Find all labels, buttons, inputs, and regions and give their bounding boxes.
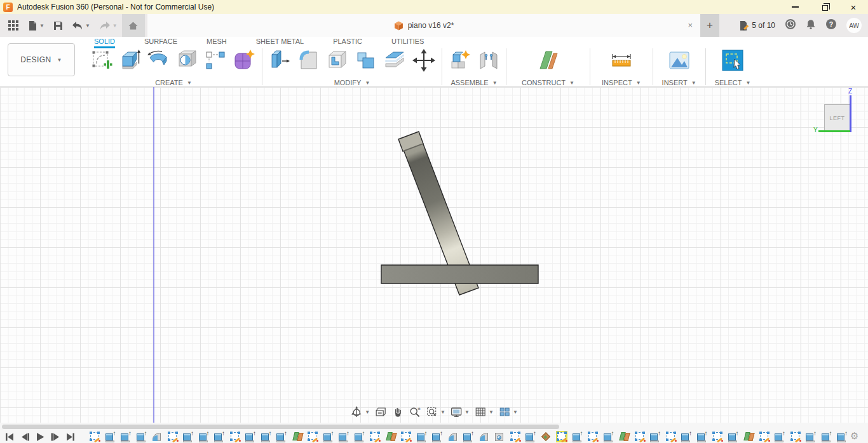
timeline-extrude-feature[interactable]: ↑ <box>198 431 210 442</box>
timeline-extrude-feature[interactable]: ↑ <box>728 431 739 442</box>
timeline-plane-feature[interactable] <box>292 431 303 442</box>
timeline-sketch-feature[interactable] <box>634 431 646 442</box>
skip-end-button[interactable] <box>66 433 75 441</box>
timeline-scrollbar[interactable] <box>2 425 559 429</box>
document-tab[interactable]: piano v16 v2* <box>394 21 454 31</box>
fillet-icon[interactable] <box>296 48 320 72</box>
tab-surface[interactable]: SURFACE <box>144 37 177 48</box>
skip-start-button[interactable] <box>5 433 14 441</box>
timeline-extrude-feature[interactable]: ↑ <box>463 431 474 442</box>
save-button[interactable] <box>49 14 67 37</box>
group-label-select[interactable]: SELECT▼ <box>715 79 751 86</box>
timeline-hole-feature[interactable] <box>494 431 505 442</box>
recent-activity-button[interactable] <box>785 18 796 32</box>
timeline-extrude-feature[interactable]: ↑ <box>416 431 428 442</box>
create-sketch-icon[interactable] <box>91 48 114 72</box>
tab-plastic[interactable]: PLASTIC <box>333 37 362 48</box>
joint-icon[interactable] <box>477 48 500 72</box>
select-icon[interactable] <box>721 48 744 72</box>
step-back-button[interactable] <box>20 433 29 441</box>
timeline-extrude-feature[interactable]: ↑ <box>649 431 661 442</box>
close-button[interactable]: × <box>839 0 868 14</box>
orbit-button[interactable]: ▼ <box>350 406 370 418</box>
timeline-appearance-feature[interactable] <box>541 431 552 442</box>
viewcube[interactable]: LEFT <box>824 104 850 132</box>
timeline-extrude-feature[interactable]: ↑ <box>805 431 817 442</box>
timeline-extrude-feature[interactable]: ↑ <box>696 431 708 442</box>
timeline-fillet-feature[interactable] <box>478 431 490 442</box>
timeline-sketch-feature[interactable] <box>400 431 412 442</box>
new-component-icon[interactable] <box>448 48 472 72</box>
timeline-extrude-feature[interactable]: ↑ <box>681 431 692 442</box>
revolve-icon[interactable] <box>147 48 171 72</box>
timeline-extrude-feature[interactable]: ↑ <box>572 431 583 442</box>
tab-mesh[interactable]: MESH <box>207 37 227 48</box>
timeline-extrude-feature[interactable]: ↑ <box>431 431 443 442</box>
shell-icon[interactable] <box>325 48 349 72</box>
timeline-extrude-feature[interactable]: ↑ <box>836 431 848 442</box>
construct-plane-icon[interactable] <box>537 48 559 72</box>
timeline-extrude-feature[interactable]: ↑ <box>245 431 256 442</box>
timeline-sketch-feature[interactable] <box>790 431 801 442</box>
timeline-extrude-feature[interactable]: ↑ <box>136 431 147 442</box>
measure-icon[interactable] <box>609 48 634 72</box>
move-icon[interactable] <box>412 48 436 72</box>
job-status-button[interactable]: 5 of 10 <box>738 20 775 31</box>
tab-solid[interactable]: SOLID <box>94 37 115 48</box>
timeline-fillet-feature[interactable] <box>151 431 163 442</box>
group-label-construct[interactable]: CONSTRUCT▼ <box>522 79 574 86</box>
restore-button[interactable] <box>810 0 839 14</box>
group-label-insert[interactable]: INSERT▼ <box>662 79 696 86</box>
new-tab-button[interactable]: + <box>700 14 719 37</box>
fit-button[interactable]: ▼ <box>426 406 445 418</box>
timeline-extrude-feature[interactable]: ↑ <box>214 431 225 442</box>
timeline-extrude-feature[interactable]: ↑ <box>276 431 287 442</box>
press-pull-icon[interactable] <box>268 48 291 72</box>
model-canvas[interactable]: LEFT Z Y ▼ ± ▼ ▼ <box>0 87 868 423</box>
timeline-sketch-feature[interactable] <box>510 431 521 442</box>
minimize-button[interactable] <box>780 0 810 14</box>
timeline-sketch-feature[interactable] <box>712 431 723 442</box>
timeline-fillet-feature[interactable] <box>447 431 459 442</box>
rectangular-pattern-icon[interactable] <box>204 48 227 72</box>
timeline-extrude-feature[interactable]: ↑ <box>774 431 785 442</box>
undo-button[interactable]: ▼ <box>67 14 95 37</box>
timeline-extrude-feature[interactable]: ↑ <box>821 431 832 442</box>
timeline-extrude-feature[interactable]: ↑ <box>261 431 272 442</box>
timeline-sketch-feature[interactable] <box>759 431 770 442</box>
timeline-plane-feature[interactable] <box>743 431 754 442</box>
timeline-sketch-feature[interactable] <box>229 431 241 442</box>
hole-icon[interactable] <box>176 48 199 72</box>
timeline-extrude-feature[interactable]: ↑ <box>120 431 132 442</box>
timeline-sketch-feature[interactable] <box>89 431 100 442</box>
insert-image-icon[interactable] <box>668 48 691 72</box>
timeline-sketch-feature[interactable] <box>587 431 599 442</box>
timeline-plane-feature[interactable] <box>385 431 397 442</box>
timeline-extrude-feature[interactable]: ↑ <box>338 431 349 442</box>
app-grid-button[interactable] <box>4 14 24 37</box>
timeline-plane-feature[interactable] <box>618 431 630 442</box>
help-button[interactable]: ? <box>825 18 837 32</box>
combine-icon[interactable] <box>355 48 377 72</box>
home-view-button[interactable] <box>122 14 145 37</box>
display-settings-button[interactable]: ▼ <box>450 406 470 418</box>
zoom-button[interactable]: ± <box>409 406 421 418</box>
step-forward-button[interactable] <box>51 433 60 441</box>
timeline-extrude-feature[interactable]: ↑ <box>354 431 365 442</box>
timeline-settings-gear-icon[interactable]: ⚙ <box>850 430 858 442</box>
group-label-modify[interactable]: MODIFY▼ <box>334 79 370 86</box>
look-at-button[interactable] <box>374 406 387 418</box>
base-body[interactable] <box>381 265 538 283</box>
pan-button[interactable] <box>391 406 404 418</box>
tab-utilities[interactable]: UTILITIES <box>391 37 424 48</box>
file-button[interactable]: ▼ <box>24 14 49 37</box>
workspace-selector[interactable]: DESIGN ▼ <box>8 43 75 76</box>
notifications-button[interactable] <box>806 19 816 32</box>
redo-button[interactable]: ▼ <box>95 14 122 37</box>
grid-settings-button[interactable]: ▼ <box>474 406 494 418</box>
extrude-icon[interactable] <box>119 48 142 72</box>
timeline-sketch-feature[interactable] <box>665 431 677 442</box>
document-tab-close-icon[interactable]: × <box>688 20 693 30</box>
timeline-extrude-feature[interactable]: ↑ <box>182 431 194 442</box>
timeline-extrude-feature[interactable]: ↑ <box>323 431 334 442</box>
